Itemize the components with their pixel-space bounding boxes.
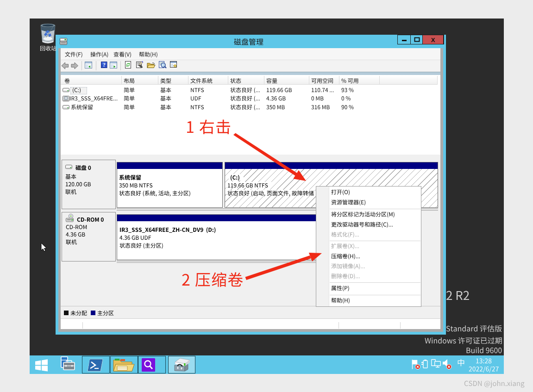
svg-text:X: X xyxy=(431,37,435,44)
